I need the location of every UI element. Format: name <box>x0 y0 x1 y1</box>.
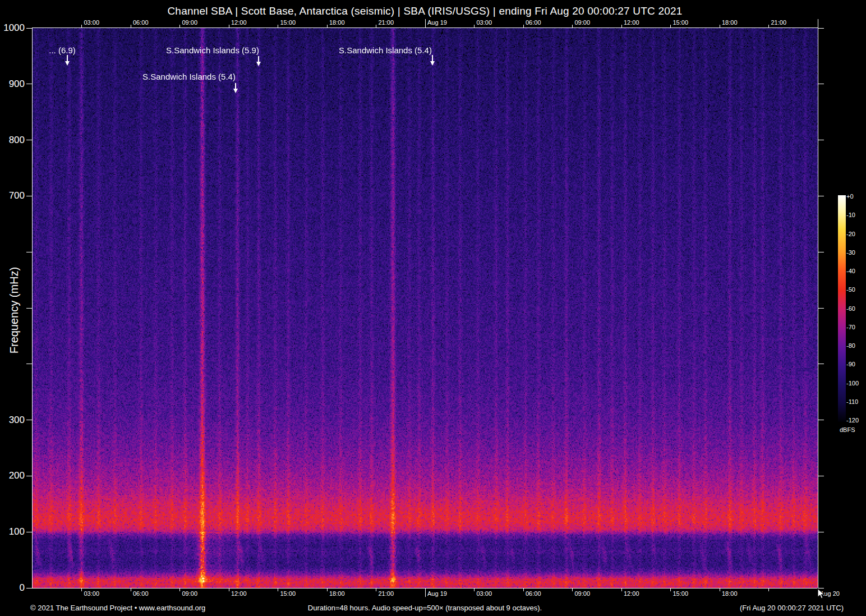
colorbar-gradient <box>838 195 846 422</box>
mouse-cursor-icon <box>817 588 825 602</box>
time-tick <box>621 589 622 591</box>
freq-tick <box>818 252 824 252</box>
colorbar-label: -60 <box>846 305 855 312</box>
time-tick-label: 18:00 <box>722 590 738 597</box>
time-tick-label: 09:00 <box>182 19 198 26</box>
freq-tick-label: 900 <box>0 79 25 89</box>
time-tick <box>523 25 524 27</box>
time-tick <box>720 589 720 591</box>
freq-tick-label: 100 <box>0 527 25 537</box>
annotation-arrow-head <box>256 62 261 66</box>
time-tick-label: 09:00 <box>575 19 591 26</box>
event-annotation: S.Sandwich Islands (5.4) <box>142 72 236 81</box>
colorbar-unit: dBFS <box>840 426 855 433</box>
freq-tick <box>26 308 32 309</box>
time-tick-label: 03:00 <box>84 19 100 26</box>
time-tick-label: Aug 19 <box>427 590 447 597</box>
freq-tick <box>818 28 824 29</box>
freq-tick <box>818 532 824 532</box>
time-tick-label: 18:00 <box>329 590 345 597</box>
colorbar-label: -30 <box>846 249 855 256</box>
time-tick-label: 12:00 <box>231 590 247 597</box>
time-tick-label: 18:00 <box>329 19 345 26</box>
colorbar-label: -80 <box>846 342 855 349</box>
time-tick <box>670 589 671 591</box>
time-tick <box>670 25 671 27</box>
time-tick <box>572 589 573 591</box>
freq-tick-label: 300 <box>0 415 25 425</box>
time-tick <box>131 589 131 591</box>
time-tick <box>474 589 475 591</box>
time-tick <box>179 25 180 27</box>
annotation-arrow <box>65 55 70 66</box>
freq-tick <box>26 196 32 196</box>
annotation-arrow <box>256 56 261 66</box>
event-annotation: S.Sandwich Islands (5.4) <box>339 45 432 55</box>
footer-timestamp: (Fri Aug 20 00:00:27 2021 UTC) <box>740 604 844 612</box>
freq-tick-label: 800 <box>0 135 25 145</box>
time-tick <box>278 25 278 27</box>
spectrogram-canvas <box>33 28 818 588</box>
y-axis-label: Frequency (mHz) <box>7 263 21 358</box>
time-tick <box>229 589 229 591</box>
event-annotation: S.Sandwich Islands (5.9) <box>166 45 259 55</box>
annotation-arrow-head <box>430 61 435 66</box>
time-tick-label: 06:00 <box>133 19 149 26</box>
event-annotation: ... (6.9) <box>49 45 76 55</box>
colorbar-label: -10 <box>846 212 855 218</box>
time-tick <box>81 589 82 591</box>
time-tick <box>474 25 475 27</box>
freq-tick <box>818 84 824 84</box>
time-tick-label: 03:00 <box>84 590 100 597</box>
annotation-arrow <box>430 55 435 66</box>
time-tick-label: 06:00 <box>133 590 149 597</box>
time-tick <box>179 589 180 591</box>
freq-tick <box>26 420 32 420</box>
freq-tick-label: 0 <box>0 583 25 593</box>
colorbar-label: -110 <box>846 398 858 405</box>
freq-tick-label: 1000 <box>0 23 25 33</box>
time-tick <box>278 589 278 591</box>
freq-tick <box>818 476 824 476</box>
time-tick <box>768 589 769 591</box>
time-tick-label: 12:00 <box>231 19 247 26</box>
time-tick <box>720 25 720 27</box>
time-tick <box>376 589 376 591</box>
colorbar-label: -120 <box>846 417 859 424</box>
annotation-arrow-head <box>233 89 238 93</box>
time-tick-label: 03:00 <box>477 590 492 597</box>
time-tick-label: 21:00 <box>379 19 394 26</box>
time-tick-label: 12:00 <box>624 590 639 597</box>
colorbar-label: -40 <box>846 268 855 274</box>
time-tick <box>768 25 769 27</box>
time-tick-label: 15:00 <box>673 590 689 597</box>
time-tick-label: 12:00 <box>624 19 639 26</box>
colorbar-label: -20 <box>846 231 855 237</box>
time-tick-label: 15:00 <box>280 19 296 26</box>
freq-tick <box>818 420 824 420</box>
day-tick <box>425 19 426 27</box>
time-tick-label: 06:00 <box>526 19 541 26</box>
time-tick-label: 03:00 <box>477 19 492 26</box>
freq-tick <box>26 252 32 252</box>
annotation-arrow <box>233 83 238 93</box>
freq-tick <box>26 364 32 364</box>
time-tick-label: 18:00 <box>722 19 738 26</box>
freq-tick-label: 200 <box>0 471 25 481</box>
time-tick-label: 21:00 <box>379 590 394 597</box>
colorbar-label: +0 <box>846 193 854 200</box>
time-tick-label: 21:00 <box>771 19 787 26</box>
colorbar-label: -100 <box>846 380 859 387</box>
colorbar-label: -90 <box>846 361 855 367</box>
freq-tick <box>26 532 32 532</box>
time-tick-label: 06:00 <box>526 590 541 597</box>
freq-tick <box>26 476 32 476</box>
colorbar-label: -50 <box>846 286 855 293</box>
time-tick-label: 09:00 <box>575 590 591 597</box>
time-tick <box>81 25 82 27</box>
freq-tick <box>26 84 32 84</box>
spectrogram-figure: Channel SBA | Scott Base, Antarctica (se… <box>0 0 866 616</box>
time-tick <box>621 25 622 27</box>
freq-tick <box>818 364 824 364</box>
time-tick <box>523 589 524 591</box>
